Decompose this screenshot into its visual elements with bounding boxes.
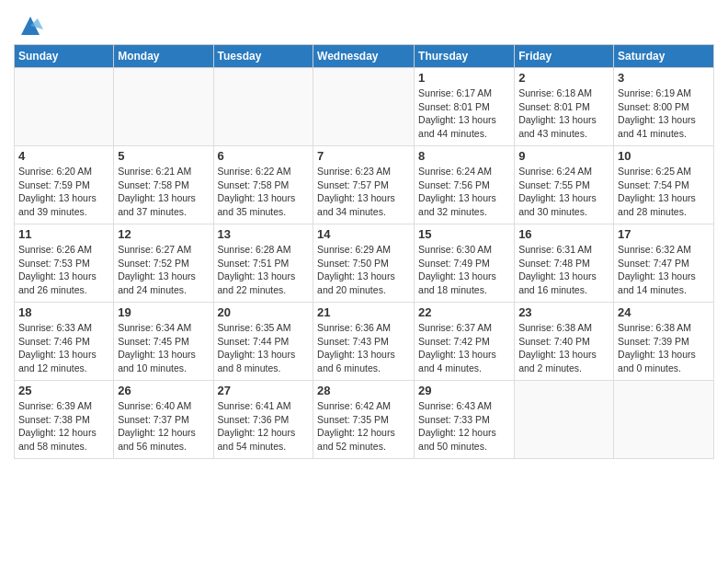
day-info: Sunrise: 6:30 AM Sunset: 7:49 PM Dayligh…: [418, 243, 510, 297]
calendar-cell: 17Sunrise: 6:32 AM Sunset: 7:47 PM Dayli…: [614, 224, 714, 303]
calendar-cell: 14Sunrise: 6:29 AM Sunset: 7:50 PM Dayli…: [313, 224, 415, 303]
day-info: Sunrise: 6:41 AM Sunset: 7:36 PM Dayligh…: [218, 399, 310, 454]
calendar-week-row: 25Sunrise: 6:39 AM Sunset: 7:38 PM Dayli…: [15, 381, 714, 459]
day-header-saturday: Saturday: [614, 45, 714, 68]
calendar-week-row: 4Sunrise: 6:20 AM Sunset: 7:59 PM Daylig…: [15, 146, 714, 224]
day-number: 4: [18, 149, 109, 163]
calendar-cell: 29Sunrise: 6:43 AM Sunset: 7:33 PM Dayli…: [415, 381, 515, 459]
day-number: 26: [118, 384, 209, 397]
calendar-cell: 20Sunrise: 6:35 AM Sunset: 7:44 PM Dayli…: [213, 303, 313, 381]
calendar-cell: 25Sunrise: 6:39 AM Sunset: 7:38 PM Dayli…: [15, 381, 114, 459]
day-number: 27: [218, 384, 310, 397]
day-info: Sunrise: 6:35 AM Sunset: 7:44 PM Dayligh…: [218, 321, 310, 375]
day-number: 22: [418, 305, 510, 319]
day-number: 24: [618, 305, 710, 319]
day-info: Sunrise: 6:21 AM Sunset: 7:58 PM Dayligh…: [118, 165, 209, 219]
day-info: Sunrise: 6:18 AM Sunset: 8:01 PM Dayligh…: [518, 86, 609, 141]
day-number: 15: [418, 227, 510, 241]
day-number: 8: [418, 149, 510, 163]
day-header-sunday: Sunday: [15, 45, 114, 68]
day-info: Sunrise: 6:26 AM Sunset: 7:53 PM Dayligh…: [18, 243, 109, 297]
calendar-cell: 24Sunrise: 6:38 AM Sunset: 7:39 PM Dayli…: [614, 303, 714, 381]
day-number: 10: [618, 149, 710, 163]
calendar-cell: 2Sunrise: 6:18 AM Sunset: 8:01 PM Daylig…: [515, 68, 614, 146]
calendar-cell: 26Sunrise: 6:40 AM Sunset: 7:37 PM Dayli…: [114, 381, 213, 459]
calendar-cell: 7Sunrise: 6:23 AM Sunset: 7:57 PM Daylig…: [313, 146, 415, 224]
calendar-cell: 11Sunrise: 6:26 AM Sunset: 7:53 PM Dayli…: [15, 224, 114, 303]
day-number: 11: [18, 227, 109, 241]
day-info: Sunrise: 6:38 AM Sunset: 7:39 PM Dayligh…: [618, 321, 710, 375]
calendar-cell: 13Sunrise: 6:28 AM Sunset: 7:51 PM Dayli…: [213, 224, 313, 303]
calendar-cell: 15Sunrise: 6:30 AM Sunset: 7:49 PM Dayli…: [415, 224, 515, 303]
day-number: 12: [118, 227, 209, 241]
calendar-cell: 4Sunrise: 6:20 AM Sunset: 7:59 PM Daylig…: [15, 146, 114, 224]
day-number: 17: [618, 227, 710, 241]
calendar-cell: 5Sunrise: 6:21 AM Sunset: 7:58 PM Daylig…: [114, 146, 213, 224]
day-header-tuesday: Tuesday: [213, 45, 313, 68]
day-info: Sunrise: 6:28 AM Sunset: 7:51 PM Dayligh…: [218, 243, 310, 297]
day-number: 13: [218, 227, 310, 241]
day-number: 19: [118, 305, 209, 319]
calendar-week-row: 18Sunrise: 6:33 AM Sunset: 7:46 PM Dayli…: [15, 303, 714, 381]
calendar-cell: [515, 381, 614, 459]
calendar-cell: 12Sunrise: 6:27 AM Sunset: 7:52 PM Dayli…: [114, 224, 213, 303]
day-info: Sunrise: 6:17 AM Sunset: 8:01 PM Dayligh…: [418, 86, 510, 141]
day-header-monday: Monday: [114, 45, 213, 68]
day-info: Sunrise: 6:38 AM Sunset: 7:40 PM Dayligh…: [518, 321, 609, 375]
calendar-cell: [313, 68, 415, 146]
calendar-cell: 16Sunrise: 6:31 AM Sunset: 7:48 PM Dayli…: [515, 224, 614, 303]
calendar-cell: [15, 68, 114, 146]
day-number: 16: [518, 227, 609, 241]
page-header: [14, 9, 714, 39]
day-info: Sunrise: 6:32 AM Sunset: 7:47 PM Dayligh…: [618, 243, 710, 297]
calendar-header-row: SundayMondayTuesdayWednesdayThursdayFrid…: [15, 45, 714, 68]
logo: [14, 13, 43, 39]
calendar-cell: 9Sunrise: 6:24 AM Sunset: 7:55 PM Daylig…: [515, 146, 614, 224]
day-header-friday: Friday: [515, 45, 614, 68]
calendar-table: SundayMondayTuesdayWednesdayThursdayFrid…: [14, 44, 714, 459]
day-number: 28: [317, 384, 410, 397]
day-number: 3: [618, 71, 710, 85]
day-number: 20: [218, 305, 310, 319]
calendar-cell: 3Sunrise: 6:19 AM Sunset: 8:00 PM Daylig…: [614, 68, 714, 146]
day-info: Sunrise: 6:25 AM Sunset: 7:54 PM Dayligh…: [618, 165, 710, 219]
day-info: Sunrise: 6:40 AM Sunset: 7:37 PM Dayligh…: [118, 399, 209, 454]
logo-icon: [17, 13, 43, 39]
calendar-cell: 10Sunrise: 6:25 AM Sunset: 7:54 PM Dayli…: [614, 146, 714, 224]
calendar-cell: [614, 381, 714, 459]
day-info: Sunrise: 6:39 AM Sunset: 7:38 PM Dayligh…: [18, 399, 109, 454]
day-number: 2: [518, 71, 609, 85]
day-info: Sunrise: 6:22 AM Sunset: 7:58 PM Dayligh…: [218, 165, 310, 219]
calendar-cell: 1Sunrise: 6:17 AM Sunset: 8:01 PM Daylig…: [415, 68, 515, 146]
day-info: Sunrise: 6:43 AM Sunset: 7:33 PM Dayligh…: [418, 399, 510, 454]
day-info: Sunrise: 6:19 AM Sunset: 8:00 PM Dayligh…: [618, 86, 710, 141]
calendar-cell: 8Sunrise: 6:24 AM Sunset: 7:56 PM Daylig…: [415, 146, 515, 224]
day-header-thursday: Thursday: [415, 45, 515, 68]
day-info: Sunrise: 6:24 AM Sunset: 7:55 PM Dayligh…: [518, 165, 609, 219]
calendar-cell: 21Sunrise: 6:36 AM Sunset: 7:43 PM Dayli…: [313, 303, 415, 381]
day-info: Sunrise: 6:20 AM Sunset: 7:59 PM Dayligh…: [18, 165, 109, 219]
calendar-week-row: 11Sunrise: 6:26 AM Sunset: 7:53 PM Dayli…: [15, 224, 714, 303]
day-number: 25: [18, 384, 109, 397]
calendar-cell: 23Sunrise: 6:38 AM Sunset: 7:40 PM Dayli…: [515, 303, 614, 381]
day-number: 9: [518, 149, 609, 163]
day-number: 5: [118, 149, 209, 163]
day-info: Sunrise: 6:36 AM Sunset: 7:43 PM Dayligh…: [317, 321, 410, 375]
calendar-cell: 6Sunrise: 6:22 AM Sunset: 7:58 PM Daylig…: [213, 146, 313, 224]
calendar-cell: [114, 68, 213, 146]
day-number: 14: [317, 227, 410, 241]
day-number: 7: [317, 149, 410, 163]
day-info: Sunrise: 6:33 AM Sunset: 7:46 PM Dayligh…: [18, 321, 109, 375]
calendar-week-row: 1Sunrise: 6:17 AM Sunset: 8:01 PM Daylig…: [15, 68, 714, 146]
day-number: 6: [218, 149, 310, 163]
day-info: Sunrise: 6:29 AM Sunset: 7:50 PM Dayligh…: [317, 243, 410, 297]
day-info: Sunrise: 6:34 AM Sunset: 7:45 PM Dayligh…: [118, 321, 209, 375]
day-info: Sunrise: 6:23 AM Sunset: 7:57 PM Dayligh…: [317, 165, 410, 219]
calendar-cell: 18Sunrise: 6:33 AM Sunset: 7:46 PM Dayli…: [15, 303, 114, 381]
day-info: Sunrise: 6:42 AM Sunset: 7:35 PM Dayligh…: [317, 399, 410, 454]
day-number: 23: [518, 305, 609, 319]
day-info: Sunrise: 6:24 AM Sunset: 7:56 PM Dayligh…: [418, 165, 510, 219]
calendar-cell: 27Sunrise: 6:41 AM Sunset: 7:36 PM Dayli…: [213, 381, 313, 459]
day-info: Sunrise: 6:31 AM Sunset: 7:48 PM Dayligh…: [518, 243, 609, 297]
day-number: 1: [418, 71, 510, 85]
